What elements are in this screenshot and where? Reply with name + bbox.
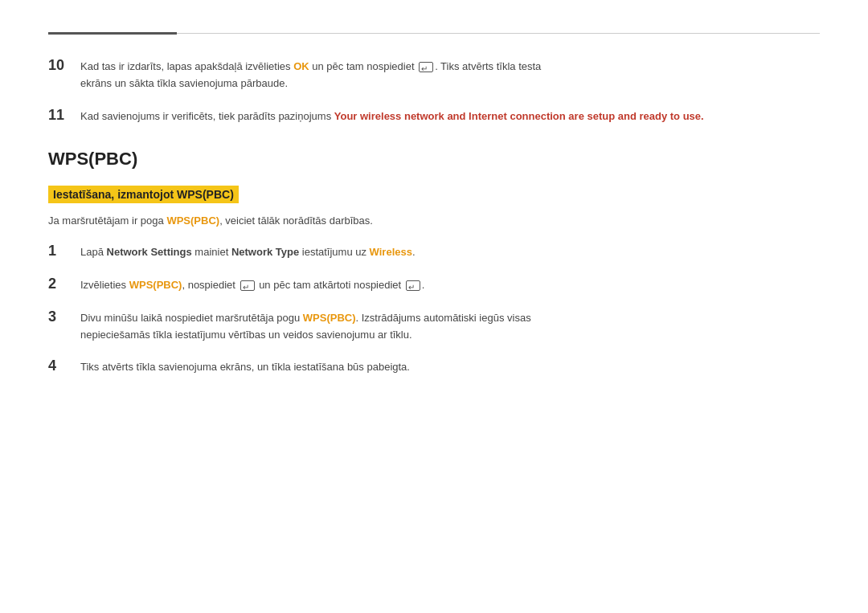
step3-wps-pbc: WPS(PBC) <box>303 312 356 324</box>
section-11-content: Kad savienojums ir verificēts, tiek parā… <box>80 108 820 125</box>
step2-text-after-icon1: un pēc tam atkārtoti nospiediet <box>256 279 404 291</box>
step4-text: Tiks atvērts tīkla savienojuma ekrāns, u… <box>80 361 410 373</box>
step1-text-after: . <box>412 246 416 258</box>
section-11: 11 Kad savienojums ir verificēts, tiek p… <box>48 108 820 125</box>
section-10-line2: ekrāns un sākta tīkla savienojuma pārbau… <box>80 77 288 89</box>
header-divider <box>48 32 820 35</box>
step2-text-before: Izvēlieties <box>80 279 129 291</box>
enter-icon-1 <box>419 62 433 72</box>
step1-text-middle: mainiet <box>192 246 231 258</box>
wps-pbc-title: WPS(PBC) <box>48 149 820 170</box>
step-number-1: 1 <box>48 243 80 260</box>
step3-text-after: . Izstrādājums automātiski iegūs visas <box>355 312 530 324</box>
step1-network-settings: Network Settings <box>107 246 192 258</box>
section-11-highlight: Your wireless network and Internet conne… <box>334 110 704 122</box>
step-number-4: 4 <box>48 358 80 374</box>
section-10: 10 Kad tas ir izdarīts, lapas apakšdaļā … <box>48 59 820 92</box>
divider-right <box>177 33 820 34</box>
section-10-text-after-ok: un pēc tam nospiediet <box>309 60 415 72</box>
page-container: 10 Kad tas ir izdarīts, lapas apakšdaļā … <box>0 0 868 440</box>
step-3: 3 Divu minūšu laikā nospiediet maršrutēt… <box>48 310 820 344</box>
section-10-text-before: Kad tas ir izdarīts, lapas apakšdaļā izv… <box>80 60 293 72</box>
step-4-content: Tiks atvērts tīkla savienojuma ekrāns, u… <box>80 359 820 376</box>
step1-wireless: Wireless <box>370 246 412 258</box>
step-2: 2 Izvēlieties WPS(PBC), nospiediet un pē… <box>48 277 820 294</box>
intro-text: Ja maršrutētājam ir poga WPS(PBC), veici… <box>48 213 820 230</box>
subsection-title-text: Iestatīšana, izmantojot WPS(PBC) <box>48 186 239 203</box>
step-number-3: 3 <box>48 309 80 325</box>
step2-text-middle: , nospiediet <box>182 279 238 291</box>
step-1: 1 Lapā Network Settings mainiet Network … <box>48 244 820 261</box>
step3-text-before: Divu minūšu laikā nospiediet maršrutētāj… <box>80 312 303 324</box>
step1-text-before-wireless: iestatījumu uz <box>299 246 369 258</box>
section-number-10: 10 <box>48 57 80 74</box>
step2-text-end: . <box>422 279 425 291</box>
section-10-ok: OK <box>293 60 309 72</box>
step2-wps-pbc: WPS(PBC) <box>129 279 182 291</box>
step-3-content: Divu minūšu laikā nospiediet maršrutētāj… <box>80 310 820 344</box>
step-1-content: Lapā Network Settings mainiet Network Ty… <box>80 244 820 261</box>
step-4: 4 Tiks atvērts tīkla savienojuma ekrāns,… <box>48 359 820 376</box>
section-10-text-icon1: . Tiks atvērts tīkla testa <box>435 60 541 72</box>
step1-network-type: Network Type <box>231 246 299 258</box>
step-number-2: 2 <box>48 276 80 292</box>
section-number-11: 11 <box>48 107 80 124</box>
step1-text-before: Lapā <box>80 246 107 258</box>
step3-line2: nepieciešamās tīkla iestatījumu vērtības… <box>80 329 412 341</box>
divider-left <box>48 32 177 35</box>
section-10-content: Kad tas ir izdarīts, lapas apakšdaļā izv… <box>80 59 820 92</box>
enter-icon-2 <box>240 280 255 291</box>
step-2-content: Izvēlieties WPS(PBC), nospiediet un pēc … <box>80 277 820 294</box>
enter-icon-3 <box>406 280 420 291</box>
subsection-title: Iestatīšana, izmantojot WPS(PBC) <box>48 186 820 213</box>
intro-wps-pbc: WPS(PBC) <box>166 215 219 227</box>
section-11-text-before: Kad savienojums ir verificēts, tiek parā… <box>80 110 334 122</box>
